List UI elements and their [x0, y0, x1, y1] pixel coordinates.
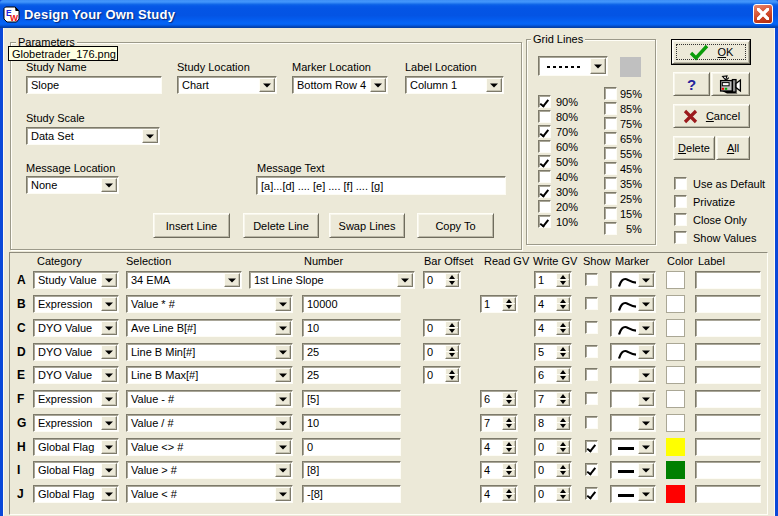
svg-text:W: W: [10, 13, 19, 23]
